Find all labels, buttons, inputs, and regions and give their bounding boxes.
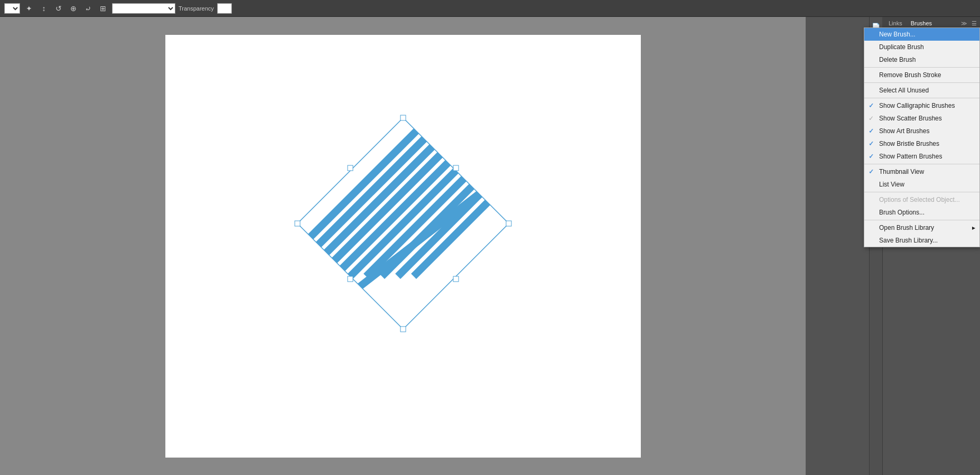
menu-thumbnail-view-label: Thumbnail View [879, 168, 924, 175]
check-thumbnail: ✓ [869, 168, 874, 175]
menu-item-duplicate-brush[interactable]: Duplicate Brush [864, 41, 979, 53]
svg-rect-23 [348, 165, 353, 171]
panel-menu-icon[interactable]: ☰ [970, 19, 978, 28]
menu-open-library-label: Open Brush Library [879, 224, 934, 231]
check-calligraphic: ✓ [869, 102, 874, 109]
menu-item-show-art[interactable]: ✓ Show Art Brushes [864, 125, 979, 137]
menu-show-bristle-label: Show Bristle Brushes [879, 140, 939, 147]
menu-item-new-brush[interactable]: New Brush... [864, 28, 979, 41]
dropdown-menu: New Brush... Duplicate Brush Delete Brus… [864, 27, 980, 247]
check-scatter: ✓ [869, 115, 874, 122]
menu-item-brush-options[interactable]: Brush Options... [864, 206, 979, 219]
svg-rect-24 [348, 276, 353, 282]
menu-item-open-library[interactable]: Open Brush Library [864, 221, 979, 234]
menu-item-show-pattern[interactable]: ✓ Show Pattern Brushes [864, 150, 979, 163]
menu-item-show-calligraphic[interactable]: ✓ Show Calligraphic Brushes [864, 99, 979, 112]
diamond-svg [290, 110, 517, 337]
menu-item-remove-stroke[interactable]: Remove Brush Stroke [864, 69, 979, 81]
menu-brush-options-label: Brush Options... [879, 209, 925, 216]
reflect-icon[interactable]: ⤾ [82, 3, 94, 14]
svg-rect-22 [453, 276, 459, 282]
svg-rect-17 [400, 115, 406, 120]
canvas-area [0, 17, 806, 475]
menu-show-scatter-label: Show Scatter Brushes [879, 115, 942, 122]
svg-rect-18 [506, 221, 511, 226]
menu-sep-3 [864, 98, 979, 98]
menu-item-select-all-unused[interactable]: Select All Unused [864, 84, 979, 97]
transparency-label: Transparency [179, 5, 214, 12]
menu-remove-stroke-label: Remove Brush Stroke [879, 71, 941, 79]
menu-show-art-label: Show Art Brushes [879, 127, 929, 135]
menu-item-show-scatter[interactable]: ✓ Show Scatter Brushes [864, 112, 979, 125]
menu-item-save-library[interactable]: Save Brush Library... [864, 234, 979, 247]
menu-item-thumbnail-view[interactable]: ✓ Thumbnail View [864, 165, 979, 178]
transform-icon[interactable]: ⊕ [68, 3, 79, 14]
menu-save-library-label: Save Brush Library... [879, 237, 938, 244]
right-panel: Links Brushes ≫ ☰ — — Basic [882, 17, 980, 475]
check-pattern: ✓ [869, 153, 874, 160]
color-preview[interactable] [217, 3, 232, 14]
svg-rect-19 [400, 327, 406, 332]
menu-item-show-bristle[interactable]: ✓ Show Bristle Brushes [864, 137, 979, 150]
brushes-panel-wrapper: Links Brushes ≫ ☰ — — Basic [882, 17, 980, 125]
menu-select-all-unused-label: Select All Unused [879, 87, 929, 94]
check-art: ✓ [869, 127, 874, 135]
svg-rect-21 [453, 165, 459, 171]
menu-show-pattern-label: Show Pattern Brushes [879, 153, 942, 160]
menu-item-options-selected: Options of Selected Object... [864, 193, 979, 206]
menu-item-delete-brush[interactable]: Delete Brush [864, 53, 979, 66]
svg-rect-20 [295, 221, 300, 226]
panel-tab-icons: ≫ ☰ [960, 19, 978, 28]
resize-icon[interactable]: ↕ [38, 3, 50, 14]
menu-list-view-label: List View [879, 181, 904, 188]
menu-duplicate-brush-label: Duplicate Brush [879, 43, 924, 51]
menu-options-selected-label: Options of Selected Object... [879, 196, 960, 203]
move-icon[interactable]: ✦ [23, 3, 35, 14]
menu-delete-brush-label: Delete Brush [879, 56, 916, 63]
panel-expand-icon[interactable]: ≫ [960, 19, 968, 28]
toolbar: ✦ ↕ ↺ ⊕ ⤾ ⊞ Transparency [0, 0, 980, 17]
menu-show-calligraphic-label: Show Calligraphic Brushes [879, 102, 955, 109]
menu-sep-5 [864, 192, 979, 192]
toolbar-select-2[interactable] [112, 3, 175, 14]
toolbar-select-1[interactable] [4, 3, 20, 14]
menu-item-list-view[interactable]: List View [864, 178, 979, 191]
menu-sep-4 [864, 164, 979, 164]
grid-icon[interactable]: ⊞ [97, 3, 109, 14]
check-bristle: ✓ [869, 140, 874, 147]
menu-sep-1 [864, 67, 979, 68]
menu-sep-6 [864, 220, 979, 220]
diamond-container [290, 110, 517, 337]
rotate-icon[interactable]: ↺ [53, 3, 64, 14]
canvas-white[interactable] [165, 35, 641, 458]
menu-new-brush-label: New Brush... [879, 31, 916, 38]
menu-sep-2 [864, 82, 979, 83]
